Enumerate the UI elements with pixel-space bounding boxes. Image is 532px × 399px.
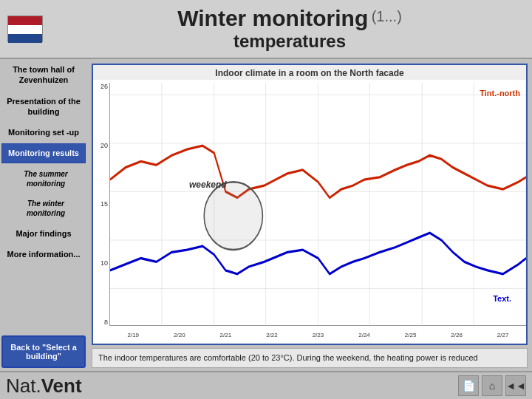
x-label-220: 2/20 xyxy=(174,332,185,338)
text-label: Text. xyxy=(493,294,511,303)
back-nav-icon[interactable]: ◄◄ xyxy=(505,375,526,396)
sidebar-item-monitoring-results[interactable]: Monitoring results xyxy=(1,143,86,163)
back-button[interactable]: Back to "Select a building" xyxy=(1,335,86,368)
x-label-226: 2/26 xyxy=(451,332,463,338)
caption: The indoor temperatures are comfortable … xyxy=(92,348,528,368)
y-label-26: 26 xyxy=(96,83,108,90)
sidebar: The town hall of Zevenhuizen Presentatio… xyxy=(0,59,87,371)
content-area: Indoor climate in a room on the North fa… xyxy=(87,59,532,371)
y-label-10: 10 xyxy=(96,259,108,267)
chart-y-axis: 26 20 15 10 8 xyxy=(93,80,109,341)
sidebar-item-presentation[interactable]: Presentation of the building xyxy=(1,92,86,122)
natvent-logo: Nat.Vent xyxy=(6,375,82,398)
x-label-221: 2/21 xyxy=(220,332,232,338)
logo-vent: Vent xyxy=(41,375,82,397)
x-label-222: 2/22 xyxy=(266,332,278,338)
x-label-223: 2/23 xyxy=(313,332,324,338)
header: Winter monitoring (1...) temperatures xyxy=(0,0,532,59)
chart-body: 26 20 15 10 8 xyxy=(93,80,526,341)
chart-container: Indoor climate in a room on the North fa… xyxy=(92,64,528,345)
y-label-20: 20 xyxy=(96,142,108,149)
sidebar-item-summer-monitoring[interactable]: The summer monitoring xyxy=(6,165,86,193)
home-icon[interactable]: ⌂ xyxy=(482,375,502,396)
main-layout: The town hall of Zevenhuizen Presentatio… xyxy=(0,59,532,371)
sidebar-item-more-info[interactable]: More information... xyxy=(1,245,86,264)
bottom-bar: Nat.Vent 📄 ⌂ ◄◄ xyxy=(0,371,532,399)
x-label-227: 2/27 xyxy=(497,332,509,338)
header-title-block: Winter monitoring (1...) temperatures xyxy=(55,6,525,52)
x-label-225: 2/25 xyxy=(405,332,417,338)
header-subtitle: temperatures xyxy=(233,31,346,51)
chart-svg xyxy=(110,83,526,325)
chart-plot: Tint.-north Text. weekend 2/19 2/20 2/21… xyxy=(109,83,526,326)
tint-north-label: Tint.-north xyxy=(480,89,520,98)
sidebar-item-monitoring-set[interactable]: Monitoring set -up xyxy=(1,123,86,142)
logo-nat: Nat. xyxy=(6,375,41,397)
bottom-icons: 📄 ⌂ ◄◄ xyxy=(458,375,526,396)
chart-x-labels: 2/19 2/20 2/21 2/22 2/23 2/24 2/25 2/26 … xyxy=(110,332,526,338)
y-label-8: 8 xyxy=(96,318,108,326)
sidebar-item-major-findings[interactable]: Major findings xyxy=(1,224,86,243)
document-icon[interactable]: 📄 xyxy=(458,375,479,396)
x-label-219: 2/19 xyxy=(127,332,139,338)
chart-title: Indoor climate in a room on the North fa… xyxy=(93,65,526,80)
header-title: Winter monitoring xyxy=(177,6,368,30)
header-badge: (1...) xyxy=(372,8,402,24)
sidebar-item-town-hall[interactable]: The town hall of Zevenhuizen xyxy=(1,60,86,90)
sidebar-item-winter-monitoring[interactable]: The winter monitoring xyxy=(6,194,86,222)
x-label-224: 2/24 xyxy=(358,332,370,338)
svg-point-13 xyxy=(204,182,262,250)
netherlands-flag xyxy=(7,16,43,42)
y-label-15: 15 xyxy=(96,200,108,208)
weekend-label: weekend xyxy=(189,180,227,190)
